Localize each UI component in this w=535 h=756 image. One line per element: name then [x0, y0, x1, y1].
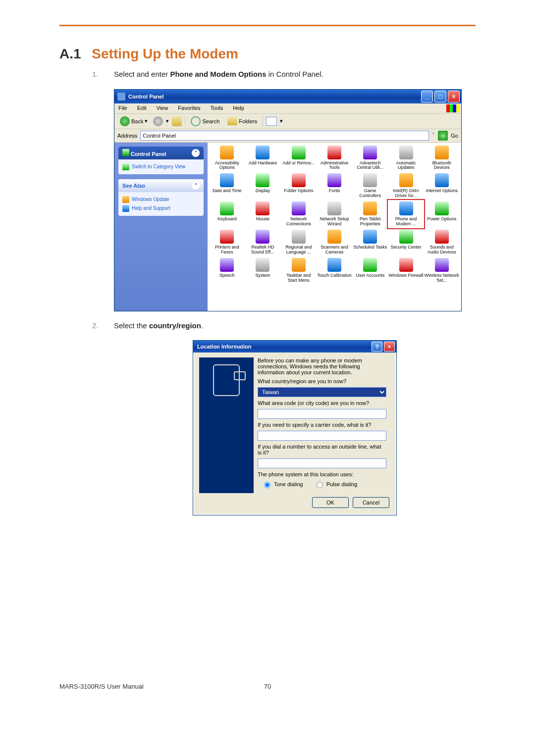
cp-item-keyboard[interactable]: Keyboard — [210, 201, 244, 228]
close-button[interactable]: × — [448, 91, 460, 102]
cp-item-label: Mouse — [256, 217, 269, 222]
cp-item-icon — [399, 230, 413, 244]
cp-item-pen-tablet-properties[interactable]: Pen Tablet Properties — [353, 201, 387, 228]
go-label: Go — [451, 133, 458, 139]
minimize-button[interactable]: _ — [421, 91, 433, 102]
cp-item-icon — [435, 258, 449, 272]
cp-item-label: Add or Remov... — [283, 161, 315, 166]
cp-item-label: Pen Tablet Properties — [353, 217, 387, 227]
maximize-button[interactable]: □ — [434, 91, 446, 102]
views-button[interactable] — [266, 117, 277, 126]
cp-item-scheduled-tasks[interactable]: Scheduled Tasks — [353, 229, 387, 256]
cp-item-display[interactable]: Display — [245, 172, 280, 200]
help-button[interactable]: ? — [372, 342, 382, 352]
cp-item-security-center[interactable]: Security Center — [388, 229, 423, 256]
cp-item-label: Automatic Updates — [388, 161, 423, 171]
cp-item-realtek-hd-sound-eff[interactable]: Realtek HD Sound Eff... — [245, 229, 280, 256]
folders-button[interactable]: Folders — [225, 116, 260, 126]
cp-item-printers-and-faxes[interactable]: Printers and Faxes — [210, 229, 244, 256]
address-bar: Address ˅ → Go — [114, 129, 461, 143]
cp-item-icon — [435, 146, 449, 159]
menu-tools[interactable]: Tools — [209, 104, 225, 112]
cp-item-icon — [220, 146, 234, 159]
cp-item-network-connections[interactable]: Network Connections — [281, 201, 316, 228]
tone-dialing-radio[interactable]: Tone dialing — [262, 480, 303, 488]
cp-item-icon — [220, 173, 234, 187]
cp-item-internet-options[interactable]: Internet Options — [425, 172, 459, 200]
cp-item-intel-r-gma-driver-for[interactable]: Intel(R) GMA Driver for... — [388, 172, 423, 200]
page-footer: MARS-3100R/S User Manual 70 — [59, 683, 476, 690]
cp-item-game-controllers[interactable]: Game Controllers — [353, 172, 387, 200]
cp-item-icon — [363, 202, 377, 215]
forward-button[interactable] — [153, 116, 163, 126]
search-button[interactable]: Search — [188, 115, 222, 127]
cp-item-advantech-central-utili[interactable]: Advantech Central Utili... — [353, 145, 387, 172]
country-select[interactable]: Taiwan — [258, 387, 386, 397]
cp-item-label: Internet Options — [426, 189, 458, 194]
cp-item-network-setup-wizard[interactable]: Network Setup Wizard — [317, 201, 352, 228]
cp-item-fonts[interactable]: Fonts — [317, 172, 352, 200]
cp-item-taskbar-and-start-menu[interactable]: Taskbar and Start Menu — [281, 257, 316, 284]
pulse-dialing-radio[interactable]: Pulse dialing — [314, 480, 357, 488]
back-button[interactable]: Back ▾ — [117, 115, 150, 127]
cp-item-power-options[interactable]: Power Options — [425, 201, 459, 228]
help-support-link[interactable]: Help and Support — [122, 204, 200, 213]
panel-heading[interactable]: See Also ˄ — [118, 179, 204, 192]
menu-file[interactable]: File — [116, 104, 129, 112]
close-button[interactable]: × — [384, 342, 395, 352]
step-1: 1. Select and enter Phone and Modem Opti… — [92, 69, 476, 80]
cp-item-icon — [399, 258, 413, 272]
cp-item-automatic-updates[interactable]: Automatic Updates — [388, 145, 423, 172]
outside-line-input[interactable] — [258, 458, 386, 468]
menu-favorites[interactable]: Favorites — [176, 104, 202, 112]
cp-item-speech[interactable]: Speech — [210, 257, 244, 284]
windows-update-link[interactable]: Windows Update — [122, 195, 200, 204]
cp-item-label: Date and Time — [213, 189, 242, 194]
panel-heading[interactable]: Control Panel ˄ — [118, 147, 204, 159]
step-text: Select and enter Phone and Modem Options… — [114, 69, 476, 80]
address-dropdown[interactable]: ˅ — [432, 132, 435, 139]
area-code-input[interactable] — [258, 409, 386, 419]
cp-item-icon — [399, 146, 413, 159]
location-information-dialog: Location Information ? × Before you can … — [193, 340, 397, 515]
cancel-button[interactable]: Cancel — [353, 497, 389, 508]
cp-item-scanners-and-cameras[interactable]: Scanners and Cameras — [317, 229, 352, 256]
folders-icon — [227, 117, 237, 125]
cp-item-regional-and-language[interactable]: Regional and Language ... — [281, 229, 316, 256]
cp-item-add-or-remov[interactable]: Add or Remov... — [281, 145, 316, 172]
cp-item-phone-and-modem[interactable]: Phone and Modem ... — [388, 201, 423, 228]
cp-item-bluetooth-devices[interactable]: Bluetooth Devices — [425, 145, 459, 172]
cp-item-label: Power Options — [427, 217, 456, 222]
cp-item-user-accounts[interactable]: User Accounts — [353, 257, 387, 284]
cp-item-wireless-network-set[interactable]: Wireless Network Set... — [425, 257, 459, 284]
address-input[interactable] — [140, 131, 429, 141]
menu-edit[interactable]: Edit — [135, 104, 149, 112]
cp-item-administrative-tools[interactable]: Administrative Tools — [317, 145, 352, 172]
cp-item-mouse[interactable]: Mouse — [245, 201, 280, 228]
menu-help[interactable]: Help — [231, 104, 246, 112]
collapse-icon[interactable]: ˄ — [192, 182, 200, 190]
cp-item-touch-calibration[interactable]: Touch Calibration — [317, 257, 352, 284]
cp-item-label: Game Controllers — [353, 189, 387, 199]
switch-category-view-link[interactable]: Switch to Category View — [122, 162, 200, 171]
cp-item-windows-firewall[interactable]: Windows Firewall — [388, 257, 423, 284]
up-button[interactable] — [172, 116, 182, 126]
cp-item-folder-options[interactable]: Folder Options — [281, 172, 316, 200]
cp-item-system[interactable]: System — [245, 257, 280, 284]
cp-item-accessibility-options[interactable]: Accessibility Options — [210, 145, 244, 172]
cp-item-icon — [220, 258, 234, 272]
cp-item-date-and-time[interactable]: Date and Time — [210, 172, 244, 200]
dialog-titlebar: Location Information ? × — [193, 341, 396, 353]
address-label: Address — [117, 133, 137, 139]
collapse-icon[interactable]: ˄ — [192, 149, 200, 157]
cp-item-label: Windows Firewall — [389, 273, 424, 278]
go-button[interactable]: → — [438, 131, 448, 141]
carrier-code-input[interactable] — [258, 431, 386, 441]
outside-line-label: If you dial a number to access an outsid… — [258, 444, 386, 455]
menu-view[interactable]: View — [155, 104, 170, 112]
ok-button[interactable]: OK — [312, 497, 349, 508]
cp-item-add-hardware[interactable]: Add Hardware — [245, 145, 280, 172]
menubar: File Edit View Favorites Tools Help — [114, 103, 461, 114]
cp-item-sounds-and-audio-devices[interactable]: Sounds and Audio Devices — [425, 229, 459, 256]
screenshot-control-panel: Control Panel _ □ × File Edit View Favor… — [114, 89, 476, 311]
